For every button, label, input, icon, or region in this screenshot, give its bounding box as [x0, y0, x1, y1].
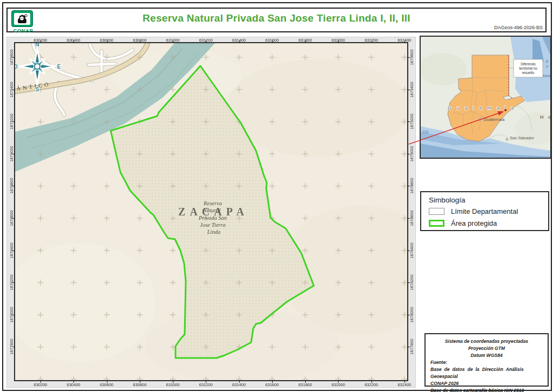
y-axis-tick-left [12, 347, 15, 347]
x-axis-tick-bottom [404, 380, 405, 383]
datum-line: Datum WGS84 [430, 352, 543, 359]
x-axis-label-bottom: 630600 [100, 382, 113, 387]
svg-text:Hond: Hond [543, 74, 550, 78]
main-map: ÁNTICO ZACAPA Reserva Natural Privada Sa… [15, 43, 407, 380]
compass-o: O [15, 64, 18, 70]
y-axis-tick-left [12, 121, 15, 122]
y-axis-tick-right [407, 251, 410, 251]
y-axis-tick-right [407, 282, 410, 283]
x-axis-tick-top [173, 40, 173, 43]
x-axis-label-bottom: 631400 [232, 382, 246, 387]
route-number-label: 721 [422, 130, 429, 134]
y-axis-tick-left [12, 251, 15, 251]
x-axis-tick-bottom [206, 380, 206, 383]
x-axis-tick-bottom [73, 380, 74, 383]
x-axis-label-bottom: 630400 [67, 382, 80, 387]
y-axis-tick-left [12, 154, 15, 154]
x-axis-label-bottom: 631000 [166, 382, 180, 387]
projection-line: Proyección GTM [430, 345, 543, 352]
y-axis-tick-left [12, 57, 15, 58]
y-axis-tick-right [407, 347, 410, 347]
x-axis-label-bottom: 631800 [299, 382, 312, 387]
x-axis-tick-bottom [41, 380, 41, 383]
source-label: Fuente: [430, 359, 543, 366]
x-axis-tick-bottom [140, 380, 140, 383]
y-axis-tick-right [407, 218, 410, 219]
legend: Simbología Límite Departamental Área pro… [420, 191, 549, 231]
monkey-icon [15, 13, 29, 24]
y-axis-tick-right [407, 90, 410, 90]
coordinate-system-line: Sistema de coordenadas proyectadas [430, 338, 543, 345]
source-line-2: CONAP 2026 [430, 380, 543, 387]
svg-text:resuelto: resuelto [522, 71, 535, 75]
conap-logo-text: CONAP [11, 28, 35, 33]
x-axis-tick-top [372, 40, 372, 43]
x-axis-tick-bottom [173, 380, 173, 383]
map-sheet: CONAP Reserva Natural Privada San Jose T… [0, 0, 553, 392]
x-axis-label-bottom: 630800 [133, 382, 146, 387]
x-axis-label-bottom: 632000 [332, 382, 345, 387]
map-coordinate-band: ÁNTICO ZACAPA Reserva Natural Privada Sa… [6, 37, 416, 388]
source-line-1: Base de datos de la Dirección Análisis G… [430, 366, 543, 380]
header: CONAP Reserva Natural Privada San Jose T… [6, 8, 547, 32]
y-axis-tick-left [12, 186, 15, 186]
svg-text:G: G [545, 59, 549, 63]
x-axis-label-bottom: 631200 [199, 382, 213, 387]
x-axis-tick-top [272, 40, 273, 43]
x-axis-tick-top [305, 40, 306, 43]
x-axis-tick-top [73, 40, 74, 43]
svg-text:territorial no: territorial no [519, 66, 537, 70]
x-axis-tick-bottom [372, 380, 372, 383]
legend-item-protected-area: Área protegida [429, 219, 497, 227]
document-code: DAGeos-496-2026-BS [494, 25, 543, 30]
y-axis-tick-right [407, 121, 410, 122]
y-axis-tick-left [12, 282, 15, 283]
legend-item-departmental-boundary: Límite Departamental [429, 207, 518, 215]
x-axis-tick-bottom [107, 380, 107, 383]
departmental-boundary-swatch [429, 208, 444, 215]
x-axis-tick-top [41, 40, 41, 43]
guatemala-city-dot [478, 118, 481, 120]
y-axis-tick-left [12, 315, 15, 315]
x-axis-tick-top [140, 40, 140, 43]
conap-logo: CONAP [11, 10, 35, 32]
svg-text:Privada San: Privada San [198, 215, 227, 221]
capital-city-label: Guatemala [483, 117, 505, 122]
map-frame: ÁNTICO ZACAPA Reserva Natural Privada Sa… [14, 42, 408, 381]
x-axis-label-bottom: 632200 [365, 382, 378, 387]
page-title: Reserva Natural Privada San Jose Tierra … [40, 12, 513, 24]
legend-title: Simbología [429, 196, 466, 204]
svg-text:Diferendo: Diferendo [521, 62, 536, 66]
x-axis-tick-bottom [272, 380, 273, 383]
x-axis-label-bottom: 630200 [33, 382, 47, 387]
y-axis-tick-right [407, 57, 410, 58]
y-axis-tick-right [407, 186, 410, 186]
x-axis-label-bottom: 631600 [265, 382, 279, 387]
x-axis-tick-bottom [305, 380, 306, 383]
svg-text:u: u [546, 64, 548, 68]
honduras-label-fragment: H o [540, 114, 550, 120]
y-axis-tick-left [12, 218, 15, 219]
credits-box: Sistema de coordenadas proyectadas Proye… [424, 333, 549, 387]
svg-text:Linda: Linda [207, 229, 221, 235]
compass-s: S [36, 86, 39, 92]
svg-text:Jose Tierra: Jose Tierra [200, 222, 226, 228]
y-axis-tick-left [12, 90, 15, 90]
y-axis-tick-right [407, 315, 410, 315]
san-salvador-dot [506, 138, 508, 140]
x-axis-tick-top [107, 40, 107, 43]
country-label: G u a t e m a l a [448, 105, 516, 111]
compass-e: E [57, 64, 61, 70]
x-axis-tick-bottom [338, 380, 339, 383]
x-axis-tick-bottom [239, 380, 240, 383]
svg-text:Reserva: Reserva [203, 200, 222, 206]
compass-n: N [35, 43, 39, 48]
x-axis-label-bottom: 632400 [397, 382, 411, 387]
x-axis-tick-top [404, 40, 405, 43]
x-axis-tick-top [338, 40, 339, 43]
inset-map-svg: Diferendo territorial no resuelto G u a … [421, 37, 550, 158]
svg-text:Natural: Natural [203, 207, 221, 213]
source-line-3: Base de datos cartografía básica IGN 201… [430, 387, 543, 392]
x-axis-tick-top [239, 40, 240, 43]
conap-logo-icon [11, 10, 33, 27]
